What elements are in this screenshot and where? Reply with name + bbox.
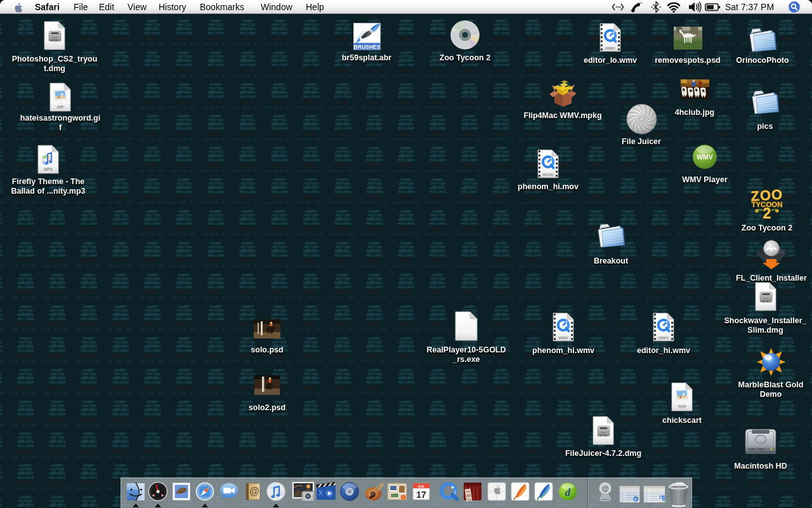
svg-text:@: @ (249, 486, 259, 497)
svg-text:d: d (565, 486, 571, 498)
svg-text:WMV: WMV (605, 46, 615, 50)
svg-text:BRUSHES: BRUSHES (353, 44, 380, 50)
svg-text:JUL: JUL (417, 485, 425, 488)
svg-text:MOVIE: MOVIE (542, 173, 554, 177)
svg-text:@: @ (602, 485, 609, 492)
svg-text:17: 17 (416, 490, 426, 500)
svg-text:TIFF: TIFF (678, 404, 686, 409)
svg-text:WMV: WMV (658, 335, 669, 340)
svg-text:GIF: GIF (57, 105, 64, 109)
svg-text:WMV: WMV (697, 153, 713, 161)
svg-text:WMV: WMV (558, 335, 568, 340)
svg-text:2: 2 (763, 205, 771, 221)
